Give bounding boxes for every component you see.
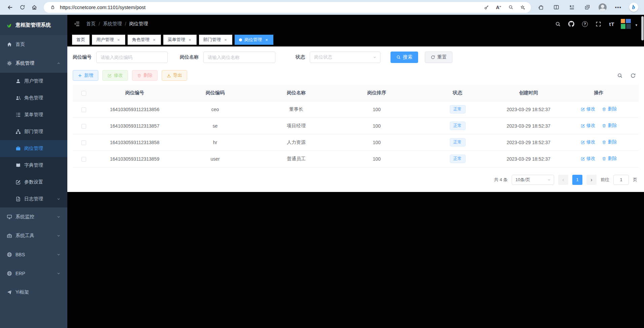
row-checkbox[interactable] <box>81 157 86 162</box>
breadcrumb-system[interactable]: 系统管理 <box>103 21 122 27</box>
close-icon[interactable]: × <box>188 37 192 42</box>
page-background <box>67 192 644 328</box>
site-permissions-icon[interactable] <box>48 3 57 12</box>
delete-button[interactable]: 删除 <box>132 70 158 81</box>
row-delete-link[interactable]: 删除 <box>602 123 617 129</box>
post-name-input[interactable] <box>203 52 275 63</box>
settings-menu-icon[interactable]: ⋯ <box>612 2 624 13</box>
zoom-icon[interactable] <box>506 3 515 12</box>
row-delete-link[interactable]: 删除 <box>602 139 617 145</box>
sidebar-collapse-icon[interactable] <box>74 21 80 27</box>
trash-icon <box>602 124 606 128</box>
tab-roles[interactable]: 角色管理 × <box>128 35 161 45</box>
breadcrumb-home[interactable]: 首页 <box>86 21 96 27</box>
row-checkbox[interactable] <box>81 124 86 129</box>
close-icon[interactable]: × <box>116 37 121 42</box>
goto-page-input[interactable] <box>613 175 629 185</box>
sidebar-item-posts[interactable]: 岗位管理 <box>0 140 67 157</box>
row-edit-link[interactable]: 修改 <box>581 156 596 162</box>
edit-button[interactable]: 修改 <box>102 70 128 81</box>
font-size-icon[interactable]: tT <box>607 19 616 29</box>
sidebar-item-dictionary[interactable]: 字典管理 <box>0 157 67 174</box>
sidebar-item-monitoring[interactable]: 系统监控 <box>0 207 67 226</box>
sidebar-item-departments[interactable]: 部门管理 <box>0 123 67 140</box>
post-code-label: 岗位编号 <box>73 54 92 60</box>
close-icon[interactable]: × <box>264 37 269 42</box>
active-dot <box>239 38 242 41</box>
tab-menus[interactable]: 菜单管理 × <box>163 35 197 45</box>
sidebar-item-bbs[interactable]: BBS <box>0 245 67 264</box>
close-icon[interactable]: × <box>223 37 228 42</box>
app-logo[interactable]: 意框架管理系统 <box>0 15 67 35</box>
page-size-select[interactable]: 10条/页 <box>512 175 554 185</box>
collections-icon[interactable] <box>581 2 594 13</box>
profile-avatar[interactable] <box>596 2 609 13</box>
download-icon <box>167 73 171 78</box>
trash-icon <box>602 107 606 111</box>
address-bar[interactable]: https://ccnetcore.com:1101/system/post A <box>44 2 531 13</box>
reset-button[interactable]: 重置 <box>425 52 452 63</box>
sidebar-item-yi-framework[interactable]: Yi框架 <box>0 283 67 302</box>
refresh-table-icon[interactable] <box>630 73 636 78</box>
search-icon[interactable] <box>553 19 563 29</box>
browser-refresh-button[interactable] <box>16 2 28 13</box>
cell-post-name: 普通员工 <box>256 151 337 167</box>
close-icon[interactable]: × <box>152 37 157 42</box>
help-icon[interactable]: ? <box>580 19 589 29</box>
status-select[interactable]: 岗位状态 <box>310 52 380 63</box>
row-delete-link[interactable]: 删除 <box>602 156 617 162</box>
add-button[interactable]: 新增 <box>73 70 98 81</box>
favorites-icon[interactable] <box>565 2 578 13</box>
tab-users[interactable]: 用户管理 × <box>92 35 125 45</box>
tab-posts[interactable]: 岗位管理 × <box>235 35 273 45</box>
prev-page-button[interactable]: ‹ <box>558 175 568 185</box>
github-icon[interactable] <box>567 19 576 29</box>
post-name-label: 岗位名称 <box>180 54 199 60</box>
chevron-down-icon <box>57 253 61 257</box>
post-code-input[interactable] <box>96 52 168 63</box>
sidebar-item-system[interactable]: 系统管理 <box>0 54 67 73</box>
sidebar-item-parameters[interactable]: 参数设置 <box>0 174 67 191</box>
fullscreen-icon[interactable] <box>594 19 603 29</box>
sidebar-item-users[interactable]: 用户管理 <box>0 73 67 90</box>
breadcrumb: 首页 / 系统管理 / 岗位管理 <box>86 21 148 27</box>
extensions-icon[interactable] <box>534 2 547 13</box>
tab-home[interactable]: 首页 <box>72 35 90 45</box>
sidebar-item-erp[interactable]: ERP <box>0 264 67 283</box>
split-screen-icon[interactable] <box>550 2 563 13</box>
scrollbar-thumb[interactable] <box>641 16 644 40</box>
url-text[interactable]: https://ccnetcore.com:1101/system/post <box>60 5 479 10</box>
add-favorite-icon[interactable] <box>518 3 528 12</box>
tab-departments[interactable]: 部门管理 × <box>199 35 232 45</box>
sidebar-item-label: 用户管理 <box>24 78 43 84</box>
select-all-checkbox[interactable] <box>81 91 86 96</box>
sidebar-item-roles[interactable]: 角色管理 <box>0 90 67 106</box>
browser-home-button[interactable] <box>28 2 40 13</box>
monitor-icon <box>7 214 12 220</box>
cell-post-code: user <box>174 151 256 167</box>
sidebar-item-logs[interactable]: 日志管理 <box>0 191 67 207</box>
saved-password-icon[interactable] <box>482 3 491 12</box>
search-button[interactable]: 搜索 <box>391 52 418 63</box>
row-checkbox[interactable] <box>81 140 86 145</box>
caret-down-icon[interactable]: ▾ <box>635 23 637 27</box>
toggle-search-icon[interactable] <box>617 73 623 78</box>
sidebar-item-menus[interactable]: 菜单管理 <box>0 106 67 123</box>
export-button[interactable]: 导出 <box>162 70 187 81</box>
row-edit-link[interactable]: 修改 <box>581 139 596 145</box>
tab-label: 角色管理 <box>132 37 149 43</box>
top-navbar: 首页 / 系统管理 / 岗位管理 ? tT ▾ <box>67 15 644 33</box>
row-edit-link[interactable]: 修改 <box>581 123 596 129</box>
sidebar-item-home[interactable]: 首页 <box>0 35 67 54</box>
read-aloud-icon[interactable]: A <box>494 3 503 12</box>
bing-copilot-icon[interactable]: b <box>627 2 640 13</box>
row-edit-link[interactable]: 修改 <box>581 106 596 112</box>
next-page-button[interactable]: › <box>586 175 597 185</box>
sidebar-item-tools[interactable]: 系统工具 <box>0 226 67 245</box>
row-delete-link[interactable]: 删除 <box>602 106 617 112</box>
user-avatar[interactable] <box>620 19 631 29</box>
page-1-button[interactable]: 1 <box>572 175 582 185</box>
browser-back-button[interactable] <box>4 2 16 13</box>
main-area: 首页 / 系统管理 / 岗位管理 ? tT ▾ 首页 用户管理 <box>67 15 644 328</box>
row-checkbox[interactable] <box>81 107 86 112</box>
